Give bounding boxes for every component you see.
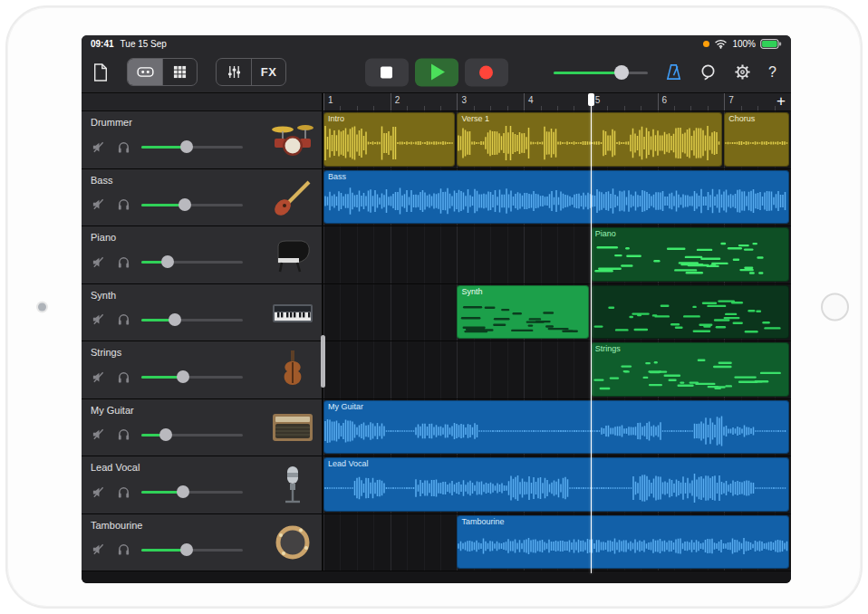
headphones-button[interactable]: [116, 312, 130, 327]
track-volume-knob[interactable]: [159, 428, 172, 441]
ruler-bar-6[interactable]: 6: [658, 93, 725, 110]
track-lane[interactable]: Tambourine: [323, 514, 791, 571]
track-volume-knob[interactable]: [177, 370, 189, 383]
mute-button[interactable]: [91, 427, 105, 442]
track-lane[interactable]: Synth: [323, 284, 791, 341]
headphones-button[interactable]: [116, 254, 130, 269]
wifi-icon: [714, 39, 728, 49]
track-volume-slider[interactable]: [141, 312, 243, 327]
playhead-handle[interactable]: [588, 93, 594, 106]
song-browser-button[interactable]: [92, 63, 109, 82]
track-header[interactable]: Tambourine: [82, 514, 323, 571]
fx-button[interactable]: FX: [251, 59, 285, 85]
mute-button[interactable]: [91, 542, 105, 557]
track-volume-knob[interactable]: [180, 140, 193, 153]
mic-indicator-dot: [703, 41, 709, 47]
playhead[interactable]: [591, 93, 593, 573]
track-volume-slider[interactable]: [141, 197, 243, 212]
track-lane[interactable]: Bass: [323, 169, 791, 226]
master-volume-slider[interactable]: [554, 64, 648, 81]
tracks-view-button[interactable]: [128, 59, 162, 85]
region-synth[interactable]: Synth: [457, 285, 588, 340]
track-volume-knob[interactable]: [161, 255, 174, 268]
gear-icon: [734, 63, 751, 81]
track-header[interactable]: My Guitar: [82, 399, 323, 456]
headphones-button[interactable]: [116, 139, 130, 154]
record-button[interactable]: [465, 58, 508, 86]
region-my-guitar[interactable]: My Guitar: [323, 400, 789, 455]
region-lead-vocal[interactable]: Lead Vocal: [323, 457, 789, 512]
ruler-bar-5[interactable]: 5: [591, 93, 658, 110]
region-strings[interactable]: Strings: [591, 342, 789, 397]
mute-button[interactable]: [91, 197, 105, 212]
live-loops-button[interactable]: [162, 59, 197, 85]
track-row-my-guitar: My Guitar My: [82, 399, 791, 457]
track-header[interactable]: Bass: [82, 169, 323, 226]
metronome-button[interactable]: [665, 63, 682, 81]
region-synth[interactable]: [591, 285, 789, 340]
track-lane[interactable]: IntroVerse 1Chorus: [323, 111, 791, 168]
track-lane[interactable]: Lead Vocal: [323, 456, 791, 513]
track-row-strings: Strings Strin: [82, 341, 791, 399]
region-label: [591, 285, 789, 289]
loop-browser-button[interactable]: [699, 63, 717, 81]
track-volume-slider[interactable]: [141, 254, 243, 269]
headphones-button[interactable]: [116, 427, 130, 442]
mute-button[interactable]: [91, 484, 105, 499]
track-volume-knob[interactable]: [178, 198, 191, 211]
toolbar-right-cluster: ?: [554, 63, 776, 81]
track-header[interactable]: Lead Vocal: [82, 456, 323, 513]
track-volume-slider[interactable]: [141, 542, 243, 557]
track-header[interactable]: Synth: [82, 284, 323, 341]
track-controls: [91, 369, 243, 384]
ruler-bar-4[interactable]: 4: [524, 93, 591, 110]
mute-button[interactable]: [91, 254, 105, 269]
ipad-device-frame: 09:41 Tue 15 Sep 100%: [5, 5, 863, 609]
master-volume-knob[interactable]: [614, 65, 629, 80]
bass-icon: [269, 177, 316, 218]
headphones-button[interactable]: [116, 484, 130, 499]
mute-button[interactable]: [91, 139, 105, 154]
region-piano[interactable]: Piano: [591, 227, 789, 282]
track-header[interactable]: Drummer: [82, 111, 323, 168]
settings-button[interactable]: [734, 63, 751, 81]
headphones-button[interactable]: [116, 542, 130, 557]
headphones-button[interactable]: [116, 197, 130, 212]
play-button[interactable]: [415, 58, 458, 86]
mixer-button[interactable]: [217, 59, 251, 85]
bar-number: 5: [595, 95, 601, 105]
stop-button[interactable]: [365, 58, 409, 86]
ruler-bar-1[interactable]: 1: [323, 93, 391, 110]
track-lane[interactable]: Strings: [323, 341, 791, 398]
metronome-icon: [665, 63, 682, 81]
region-chorus[interactable]: Chorus: [724, 112, 789, 167]
help-button[interactable]: ?: [768, 64, 776, 81]
headphones-icon: [117, 197, 130, 211]
track-volume-knob[interactable]: [169, 313, 181, 326]
region-bass[interactable]: Bass: [323, 170, 789, 225]
track-volume-knob[interactable]: [177, 485, 189, 498]
track-header[interactable]: Piano: [82, 226, 323, 283]
region-verse-1[interactable]: Verse 1: [457, 112, 722, 167]
region-tambourine[interactable]: Tambourine: [457, 515, 789, 570]
home-button[interactable]: [821, 293, 849, 321]
track-lane[interactable]: My Guitar: [323, 399, 791, 456]
track-volume-slider[interactable]: [141, 427, 243, 442]
track-volume-slider[interactable]: [141, 139, 243, 154]
header-divider-handle[interactable]: [321, 335, 325, 388]
ruler-bar-3[interactable]: 3: [457, 93, 524, 110]
add-bars-button[interactable]: +: [776, 92, 786, 110]
track-volume-slider[interactable]: [141, 484, 243, 499]
track-lane[interactable]: Piano: [323, 226, 791, 283]
track-header[interactable]: Strings: [82, 341, 323, 398]
track-name: Piano: [91, 232, 116, 243]
headphones-button[interactable]: [116, 369, 130, 384]
mute-button[interactable]: [91, 369, 105, 384]
ruler-bar-2[interactable]: 2: [391, 93, 458, 110]
bar-number: 2: [395, 95, 400, 105]
mute-button[interactable]: [91, 312, 105, 327]
track-volume-slider[interactable]: [141, 369, 243, 384]
region-intro[interactable]: Intro: [323, 112, 455, 167]
timeline-ruler[interactable]: 1234567 +: [82, 93, 791, 111]
track-volume-knob[interactable]: [180, 543, 193, 556]
